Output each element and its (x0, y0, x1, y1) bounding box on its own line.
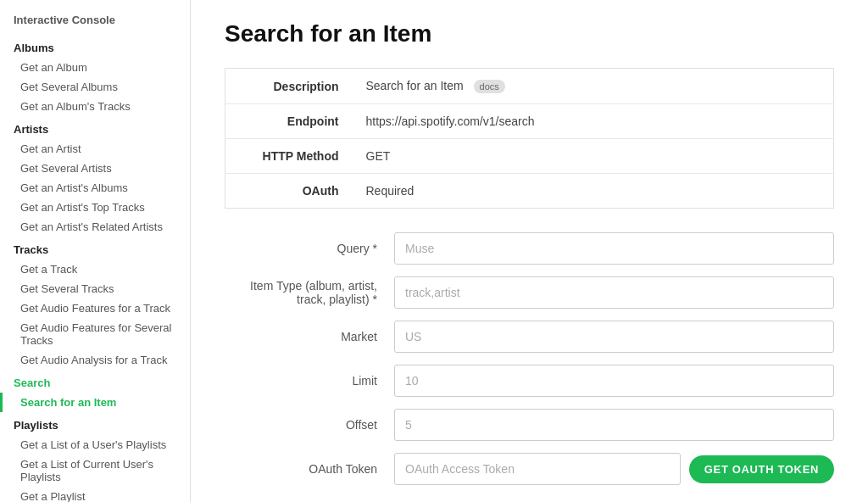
market-input[interactable] (394, 321, 834, 353)
oauth-token-label: OAuth Token (225, 462, 394, 476)
description-text: Search for an Item (366, 79, 464, 92)
sidebar-item-get-audio-features-several[interactable]: Get Audio Features for Several Tracks (0, 318, 190, 350)
offset-label: Offset (225, 418, 394, 432)
main-content: Search for an Item Description Search fo… (191, 0, 868, 502)
oauth-info-value: Required (353, 174, 834, 209)
sidebar-item-get-several-albums[interactable]: Get Several Albums (0, 77, 190, 97)
endpoint-label: Endpoint (225, 104, 353, 139)
sidebar-section-artists: Artists (0, 116, 190, 139)
limit-label: Limit (225, 374, 394, 388)
oauth-input-group: GET OAUTH TOKEN (394, 453, 834, 485)
market-row: Market (225, 321, 834, 353)
search-form: Query * Item Type (album, artist, track,… (225, 232, 834, 502)
offset-row: Offset (225, 409, 834, 441)
method-value: GET (353, 139, 834, 174)
limit-input[interactable] (394, 365, 834, 397)
sidebar-item-get-user-playlists[interactable]: Get a List of a User's Playlists (0, 435, 190, 455)
info-row-oauth: OAuth Required (225, 174, 834, 209)
sidebar-item-get-artist[interactable]: Get an Artist (0, 139, 190, 159)
app-title: Interactive Console (0, 8, 190, 35)
sidebar-item-get-several-tracks[interactable]: Get Several Tracks (0, 279, 190, 298)
market-label: Market (225, 330, 394, 343)
method-label: HTTP Method (225, 139, 353, 174)
sidebar-item-get-audio-analysis[interactable]: Get Audio Analysis for a Track (0, 350, 190, 370)
page-title: Search for an Item (225, 20, 834, 47)
limit-row: Limit (225, 365, 834, 397)
sidebar-item-get-artist-related[interactable]: Get an Artist's Related Artists (0, 217, 190, 237)
sidebar-item-get-album[interactable]: Get an Album (0, 58, 190, 77)
description-label: Description (225, 69, 353, 104)
docs-badge[interactable]: docs (474, 80, 505, 93)
description-value: Search for an Item docs (353, 69, 834, 104)
item-type-input[interactable] (394, 276, 834, 309)
info-row-endpoint: Endpoint https://api.spotify.com/v1/sear… (225, 104, 834, 139)
sidebar-item-get-playlist[interactable]: Get a Playlist (0, 487, 190, 502)
sidebar-item-search-for-item[interactable]: Search for an Item (0, 393, 190, 412)
get-oauth-token-button[interactable]: GET OAUTH TOKEN (689, 455, 834, 483)
sidebar-section-search: Search (0, 370, 190, 393)
sidebar-item-get-artist-top-tracks[interactable]: Get an Artist's Top Tracks (0, 198, 190, 217)
sidebar-item-get-track[interactable]: Get a Track (0, 259, 190, 279)
query-input[interactable] (394, 232, 834, 265)
oauth-token-input[interactable] (394, 453, 681, 485)
sidebar-item-get-artist-albums[interactable]: Get an Artist's Albums (0, 178, 190, 198)
sidebar-section-playlists: Playlists (0, 412, 190, 435)
sidebar: Interactive Console Albums Get an Album … (0, 0, 191, 502)
sidebar-item-get-several-artists[interactable]: Get Several Artists (0, 159, 190, 178)
info-row-method: HTTP Method GET (225, 139, 834, 174)
offset-input[interactable] (394, 409, 834, 441)
oauth-token-row: OAuth Token GET OAUTH TOKEN (225, 453, 834, 485)
info-row-description: Description Search for an Item docs (225, 69, 834, 104)
sidebar-item-get-album-tracks[interactable]: Get an Album's Tracks (0, 97, 190, 116)
sidebar-section-tracks: Tracks (0, 237, 190, 259)
sidebar-section-albums: Albums (0, 35, 190, 58)
query-label: Query * (225, 242, 394, 255)
item-type-label: Item Type (album, artist, track, playlis… (225, 279, 394, 306)
oauth-info-label: OAuth (225, 174, 353, 209)
query-row: Query * (225, 232, 834, 265)
item-type-row: Item Type (album, artist, track, playlis… (225, 276, 834, 309)
info-table: Description Search for an Item docs Endp… (225, 68, 834, 209)
sidebar-item-get-audio-features[interactable]: Get Audio Features for a Track (0, 298, 190, 318)
sidebar-item-get-current-user-playlists[interactable]: Get a List of Current User's Playlists (0, 455, 190, 487)
endpoint-value: https://api.spotify.com/v1/search (353, 104, 834, 139)
